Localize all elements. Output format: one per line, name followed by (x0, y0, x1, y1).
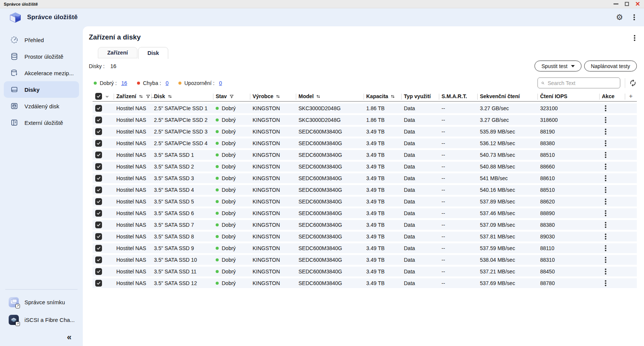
close-button[interactable]: ✕ (635, 1, 640, 7)
table-row[interactable]: Hostitel NAS 3.5" SATA SSD 10 Dobrý KING… (93, 255, 637, 265)
row-checkbox[interactable] (95, 210, 102, 217)
column-header-disk[interactable]: Disk (151, 92, 213, 101)
row-actions-kebab-icon[interactable] (604, 105, 607, 112)
cell-capacity: 3.49 TB (364, 129, 401, 135)
cell-seq-read: 537.59 MB/sec (477, 245, 537, 251)
run-test-button[interactable]: Spustit test (534, 61, 581, 71)
status-good-count-link[interactable]: 16 (121, 80, 127, 86)
table-row[interactable]: Hostitel NAS 3.5" SATA SSD 8 Dobrý KINGS… (93, 232, 637, 241)
table-row[interactable]: Hostitel NAS 3.5" SATA SSD 9 Dobrý KINGS… (93, 243, 637, 253)
settings-gear-icon[interactable]: ⚙ (616, 14, 623, 21)
sidebar-item-iscsi[interactable]: ↗ iSCSI a Fibre Cha... (4, 311, 79, 329)
row-checkbox[interactable] (95, 280, 102, 287)
cell-usage: Data (401, 245, 439, 251)
cell-disk: 2.5" SATA/PCIe SSD 1 (151, 105, 213, 111)
row-actions-kebab-icon[interactable] (604, 244, 607, 252)
cell-smart: -- (439, 210, 477, 216)
column-header-seq-read[interactable]: Sekvenční čtení (477, 92, 537, 101)
sidebar-item-vzdaleny-disk[interactable]: Vzdálený disk (4, 98, 79, 114)
search-input[interactable] (547, 80, 617, 86)
table-row[interactable]: Hostitel NAS 2.5" SATA/PCIe SSD 4 Dobrý … (93, 138, 637, 148)
table-row[interactable]: Hostitel NAS 2.5" SATA/PCIe SSD 1 Dobrý … (93, 103, 637, 113)
sidebar-item-disky[interactable]: Disky (4, 81, 79, 98)
table-row[interactable]: Hostitel NAS 2.5" SATA/PCIe SSD 2 Dobrý … (93, 115, 637, 125)
cell-capacity: 1.86 TB (364, 105, 401, 111)
status-warning-dot-icon (178, 82, 181, 85)
table-row[interactable]: Hostitel NAS 3.5" SATA SSD 1 Dobrý KINGS… (93, 150, 637, 160)
sidebar-item-label: Disky (24, 86, 40, 93)
cell-capacity: 3.49 TB (364, 222, 401, 228)
table-row[interactable]: Hostitel NAS 3.5" SATA SSD 5 Dobrý KINGS… (93, 197, 637, 206)
header-more-menu-icon[interactable] (633, 14, 636, 21)
table-row[interactable]: Hostitel NAS 2.5" SATA/PCIe SSD 3 Dobrý … (93, 127, 637, 137)
sidebar-item-prehled[interactable]: Přehled (4, 32, 79, 48)
row-actions-kebab-icon[interactable] (604, 175, 607, 182)
row-actions-kebab-icon[interactable] (604, 116, 607, 124)
row-actions-kebab-icon[interactable] (604, 256, 607, 264)
schedule-tests-button[interactable]: Naplánovat testy (584, 61, 637, 71)
row-checkbox[interactable] (95, 152, 102, 158)
table-row[interactable]: Hostitel NAS 3.5" SATA SSD 3 Dobrý KINGS… (93, 173, 637, 183)
row-checkbox[interactable] (95, 233, 102, 240)
row-checkbox[interactable] (95, 198, 102, 205)
row-actions-kebab-icon[interactable] (604, 268, 607, 275)
row-actions-kebab-icon[interactable] (604, 163, 607, 170)
cell-usage: Data (401, 140, 439, 146)
row-actions-kebab-icon[interactable] (604, 186, 607, 194)
cell-device: Hostitel NAS (114, 245, 151, 251)
row-actions-kebab-icon[interactable] (604, 279, 607, 287)
cell-smart: -- (439, 129, 477, 135)
row-actions-kebab-icon[interactable] (604, 198, 607, 205)
row-checkbox[interactable] (95, 140, 102, 147)
cell-disk: 3.5" SATA SSD 4 (151, 187, 213, 193)
status-warning-count-link[interactable]: 0 (219, 80, 222, 86)
row-actions-kebab-icon[interactable] (604, 140, 607, 147)
maximize-button[interactable] (625, 2, 629, 6)
column-header-smart[interactable]: S.M.A.R.T. (439, 92, 477, 101)
row-actions-kebab-icon[interactable] (604, 151, 607, 159)
row-checkbox[interactable] (95, 128, 102, 135)
row-checkbox[interactable] (95, 256, 102, 263)
refresh-icon[interactable] (629, 79, 637, 87)
row-checkbox[interactable] (95, 245, 102, 252)
table-row[interactable]: Hostitel NAS 3.5" SATA SSD 4 Dobrý KINGS… (93, 185, 637, 195)
row-actions-kebab-icon[interactable] (604, 221, 607, 229)
sidebar-item-externi-uloziste[interactable]: Externí úložiště (4, 114, 79, 131)
row-checkbox[interactable] (95, 163, 102, 170)
tab-disk[interactable]: Disk (138, 47, 169, 59)
select-all-header[interactable] (93, 92, 114, 101)
column-header-device[interactable]: Zařízení .. (114, 92, 151, 101)
row-checkbox[interactable] (95, 268, 102, 275)
row-actions-kebab-icon[interactable] (604, 209, 607, 217)
table-row[interactable]: Hostitel NAS 3.5" SATA SSD 11 Dobrý KING… (93, 267, 637, 276)
row-checkbox[interactable] (95, 117, 102, 123)
sidebar-item-label: Přehled (24, 37, 44, 43)
row-checkbox[interactable] (95, 187, 102, 193)
add-column-button[interactable]: + (625, 92, 637, 101)
minimize-button[interactable] (614, 3, 618, 5)
column-header-model[interactable]: Model (296, 92, 364, 101)
row-checkbox[interactable] (95, 222, 102, 228)
sidebar-item-spravce-snimku[interactable]: ↗ Správce snímku (4, 293, 79, 311)
collapse-sidebar-icon[interactable]: « (67, 333, 72, 341)
column-header-status[interactable]: Stav (213, 92, 250, 101)
sidebar-item-prostor-uloziste[interactable]: Prostor úložiště (4, 48, 79, 65)
table-row[interactable]: Hostitel NAS 3.5" SATA SSD 7 Dobrý KINGS… (93, 220, 637, 230)
sidebar-item-akcelerace[interactable]: Akcelerace mezip... (4, 65, 79, 81)
row-actions-kebab-icon[interactable] (604, 233, 607, 240)
table-row[interactable]: Hostitel NAS 3.5" SATA SSD 6 Dobrý KINGS… (93, 208, 637, 218)
tab-zarizeni[interactable]: Zařízení (98, 47, 137, 58)
row-checkbox[interactable] (95, 105, 102, 112)
column-header-capacity[interactable]: Kapacita (364, 92, 401, 101)
page-more-menu-icon[interactable] (633, 34, 636, 42)
cell-vendor: KINGSTON (250, 199, 296, 205)
column-header-vendor[interactable]: Výrobce (250, 92, 296, 101)
row-checkbox[interactable] (95, 175, 102, 182)
column-header-usage[interactable]: Typ využití (401, 92, 439, 101)
table-row[interactable]: Hostitel NAS 3.5" SATA SSD 2 Dobrý KINGS… (93, 162, 637, 171)
select-all-checkbox[interactable] (95, 93, 102, 100)
status-error-count-link[interactable]: 0 (166, 80, 169, 86)
row-actions-kebab-icon[interactable] (604, 128, 607, 135)
column-header-read-iops[interactable]: Čtení IOPS (537, 92, 599, 101)
table-row[interactable]: Hostitel NAS 3.5" SATA SSD 12 Dobrý KING… (93, 278, 637, 288)
